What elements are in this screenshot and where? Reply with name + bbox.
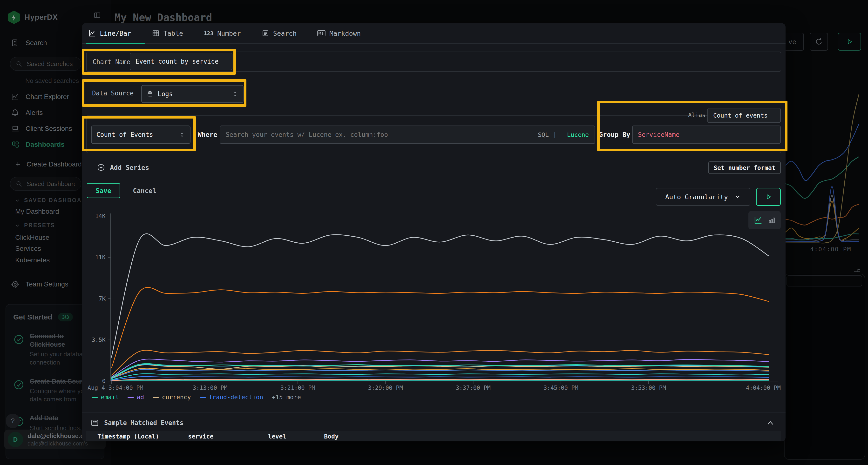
- legend-swatch: [153, 397, 159, 398]
- legend-swatch: [199, 397, 206, 398]
- x-tick-label: 3:45:00 PM: [544, 385, 579, 391]
- column-header-level[interactable]: level: [261, 431, 317, 441]
- y-tick-label: 0: [84, 378, 105, 385]
- legend-more-link[interactable]: +15 more: [272, 394, 301, 401]
- app-root: HyperDX Search No saved searches Chart E…: [0, 0, 868, 465]
- x-tick-label: 3:53:00 PM: [631, 385, 666, 391]
- y-tick-label: 11K: [84, 254, 105, 261]
- y-tick-label: 7K: [84, 295, 105, 302]
- legend-item-currency[interactable]: currency: [153, 394, 191, 401]
- collapse-section-icon[interactable]: [767, 420, 774, 426]
- events-table-header: Timestamp (Local) service level Body: [86, 431, 781, 441]
- x-tick-label: Aug 4 3:04:00 PM: [88, 385, 143, 391]
- column-header-body[interactable]: Body: [317, 431, 650, 441]
- legend-swatch: [92, 397, 98, 398]
- legend-item-email[interactable]: email: [92, 394, 119, 401]
- y-tick-label: 14K: [84, 213, 105, 220]
- highlight-aggregation: [82, 116, 196, 151]
- legend-item-fraud-detection[interactable]: fraud-detection: [199, 394, 263, 401]
- column-header-timestamp[interactable]: Timestamp (Local): [86, 431, 181, 441]
- event-list-icon: [91, 419, 99, 427]
- x-tick-label: 3:29:00 PM: [368, 385, 403, 391]
- x-tick-label: 4:04:00 PM: [746, 385, 781, 391]
- preview-chart: [82, 23, 785, 392]
- divider: [82, 412, 785, 412]
- x-tick-label: 3:37:00 PM: [456, 385, 491, 391]
- column-header-service[interactable]: service: [181, 431, 261, 441]
- highlight-chart-name: [82, 49, 236, 75]
- y-tick-label: 3.5K: [84, 337, 105, 343]
- x-tick-label: 3:21:00 PM: [280, 385, 315, 391]
- legend-swatch: [128, 397, 134, 398]
- chart-legend: email ad currency fraud-detection +15 mo…: [92, 394, 301, 401]
- highlight-data-source: [82, 79, 246, 107]
- sample-matched-events-header[interactable]: Sample Matched Events: [91, 419, 184, 427]
- legend-item-ad[interactable]: ad: [128, 394, 144, 401]
- x-tick-label: 3:13:00 PM: [193, 385, 227, 391]
- highlight-group-by: [597, 101, 787, 151]
